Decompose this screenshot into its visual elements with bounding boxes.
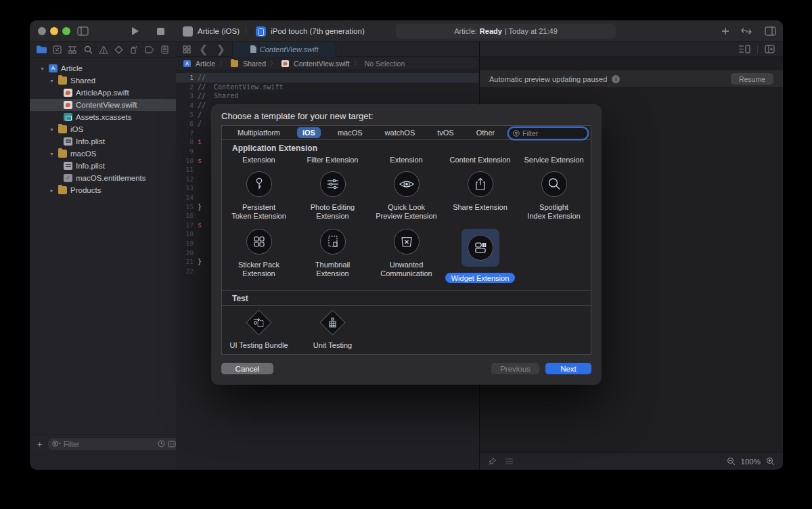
template-label-partial[interactable]: Content Extension bbox=[450, 156, 511, 164]
resume-button[interactable]: Resume bbox=[731, 73, 773, 85]
source-control-navigator-icon[interactable] bbox=[53, 45, 62, 55]
disclosure-icon[interactable]: ▾ bbox=[49, 78, 55, 84]
editor-tab-contentview[interactable]: ContentView.swift bbox=[232, 42, 337, 57]
template-chooser: Multiplatform iOS macOS watchOS tvOS Oth… bbox=[221, 125, 591, 355]
breakpoint-navigator-icon[interactable] bbox=[145, 45, 154, 55]
code-line: 2// ContentView.swift bbox=[176, 83, 478, 92]
debug-navigator-icon[interactable] bbox=[129, 45, 138, 55]
version-editor-icon[interactable] bbox=[740, 25, 752, 37]
app-scheme-icon bbox=[183, 26, 193, 37]
template-unit-testing[interactable]: Unit Testing bbox=[296, 310, 369, 350]
folder-icon bbox=[58, 150, 67, 158]
template-widget-extension-selected[interactable]: Widget Extension bbox=[443, 229, 517, 283]
toggle-right-sidebar-icon[interactable] bbox=[765, 25, 776, 37]
close-button[interactable] bbox=[38, 27, 46, 35]
tree-item-ios[interactable]: ▾ iOS bbox=[30, 123, 176, 135]
issue-navigator-icon[interactable] bbox=[99, 45, 108, 55]
choose-template-dialog: Choose a template for your new target: M… bbox=[212, 105, 601, 384]
code-line: 1// bbox=[176, 73, 478, 83]
toggle-left-sidebar-icon[interactable] bbox=[77, 25, 89, 37]
tree-item-article[interactable]: ▾ Article bbox=[30, 62, 176, 74]
related-items-icon[interactable] bbox=[183, 45, 191, 53]
previous-button[interactable]: Previous bbox=[491, 363, 539, 374]
template-unwanted-communication[interactable]: UnwantedCommunication bbox=[369, 229, 443, 283]
template-quick-look-preview-extension[interactable]: Quick LookPreview Extension bbox=[369, 171, 443, 221]
screen: Article (iOS) 〉 iPod touch (7th generati… bbox=[0, 0, 812, 509]
info-icon[interactable]: i bbox=[612, 75, 620, 83]
go-back-icon[interactable]: ❮ bbox=[199, 43, 208, 56]
tree-item-ios-infoplist[interactable]: Info.plist bbox=[30, 135, 176, 148]
template-label-partial[interactable]: Extension bbox=[242, 156, 275, 164]
source-control-status-icon[interactable] bbox=[168, 441, 176, 447]
sliders-icon bbox=[320, 171, 346, 197]
tab-watchos[interactable]: watchOS bbox=[380, 127, 421, 138]
go-forward-icon[interactable]: ❯ bbox=[216, 43, 225, 56]
template-filter-field[interactable] bbox=[509, 128, 587, 139]
add-editor-icon[interactable] bbox=[765, 45, 775, 53]
recent-files-clock-icon[interactable] bbox=[158, 440, 165, 447]
template-ui-testing-bundle[interactable]: UI Testing Bundle bbox=[222, 310, 296, 350]
crumb-selection[interactable]: No Selection bbox=[365, 60, 405, 68]
tab-multiplatform[interactable]: Multiplatform bbox=[232, 127, 286, 138]
share-icon bbox=[468, 171, 493, 197]
stop-button[interactable] bbox=[157, 25, 164, 37]
navigator-filter-input[interactable] bbox=[64, 440, 155, 448]
disclosure-icon[interactable]: ▸ bbox=[49, 187, 55, 194]
swift-file-icon bbox=[281, 60, 289, 67]
run-button[interactable] bbox=[131, 25, 139, 37]
tree-item-shared[interactable]: ▾ Shared bbox=[30, 74, 176, 87]
scheme-selector[interactable]: Article (iOS) 〉 iPod touch (7th generati… bbox=[183, 24, 365, 38]
next-button[interactable]: Next bbox=[545, 363, 591, 374]
editor-options-icon[interactable] bbox=[738, 45, 750, 53]
navigator-filter-field[interactable] bbox=[48, 438, 180, 450]
crumb-group[interactable]: Shared bbox=[243, 60, 266, 68]
zoom-button[interactable] bbox=[62, 27, 70, 35]
zoom-in-icon[interactable] bbox=[766, 457, 775, 466]
crumb-project[interactable]: Article bbox=[196, 60, 215, 68]
divider bbox=[222, 305, 591, 306]
pin-preview-icon[interactable] bbox=[488, 457, 497, 466]
project-navigator-icon[interactable] bbox=[37, 45, 47, 55]
template-label-partial[interactable]: Extension bbox=[390, 156, 422, 164]
zoom-out-icon[interactable] bbox=[727, 457, 736, 466]
tree-item-articleapp[interactable]: ArticleApp.swift bbox=[30, 87, 176, 99]
test-navigator-icon[interactable] bbox=[114, 45, 123, 55]
tree-item-entitlements[interactable]: macOS.entitlements bbox=[30, 172, 176, 184]
folder-icon bbox=[58, 186, 67, 194]
crumb-file[interactable]: ContentView.swift bbox=[294, 60, 350, 68]
preview-list-icon[interactable] bbox=[505, 458, 514, 465]
template-share-extension[interactable]: Share Extension bbox=[443, 171, 517, 221]
tree-item-contentview[interactable]: ContentView.swift bbox=[30, 99, 176, 111]
minimize-button[interactable] bbox=[50, 27, 58, 35]
library-plus-icon[interactable] bbox=[721, 25, 729, 37]
tree-item-macos[interactable]: ▾ macOS bbox=[30, 148, 176, 160]
tab-ios[interactable]: iOS bbox=[297, 127, 321, 138]
preview-bottom-bar: 100% bbox=[480, 452, 783, 470]
template-label-partial[interactable]: Service Extension bbox=[524, 156, 583, 164]
symbol-navigator-icon[interactable] bbox=[68, 45, 77, 55]
disclosure-icon[interactable]: ▾ bbox=[49, 151, 55, 157]
template-photo-editing-extension[interactable]: Photo EditingExtension bbox=[296, 171, 369, 221]
template-sticker-pack-extension[interactable]: Sticker PackExtension bbox=[222, 229, 296, 283]
add-file-icon[interactable]: ＋ bbox=[35, 438, 44, 450]
template-filter-input[interactable] bbox=[522, 129, 583, 137]
disclosure-icon[interactable]: ▾ bbox=[39, 66, 45, 72]
jump-bar[interactable]: Article 〉 Shared 〉 ContentView.swift 〉 N… bbox=[176, 58, 478, 70]
report-navigator-icon[interactable] bbox=[160, 45, 169, 55]
template-label-partial[interactable]: Filter Extension bbox=[307, 156, 359, 164]
project-icon bbox=[49, 64, 58, 72]
disclosure-icon[interactable]: ▾ bbox=[49, 127, 55, 133]
tree-item-macos-infoplist[interactable]: Info.plist bbox=[30, 160, 176, 172]
tree-item-products[interactable]: ▸ Products bbox=[30, 184, 176, 196]
tab-macos[interactable]: macOS bbox=[332, 127, 368, 138]
template-thumbnail-extension[interactable]: ThumbnailExtension bbox=[296, 229, 369, 283]
tree-item-assets[interactable]: Assets.xcassets bbox=[30, 111, 176, 123]
template-persistent-token-extension[interactable]: PersistentToken Extension bbox=[222, 171, 296, 221]
tab-tvos[interactable]: tvOS bbox=[432, 127, 459, 138]
folder-icon bbox=[231, 60, 238, 67]
tree-label: Assets.xcassets bbox=[76, 113, 131, 121]
cancel-button[interactable]: Cancel bbox=[221, 363, 273, 374]
find-navigator-icon[interactable] bbox=[83, 45, 92, 55]
template-spotlight-index-extension[interactable]: SpotlightIndex Extension bbox=[517, 171, 591, 221]
tab-other[interactable]: Other bbox=[471, 127, 501, 138]
